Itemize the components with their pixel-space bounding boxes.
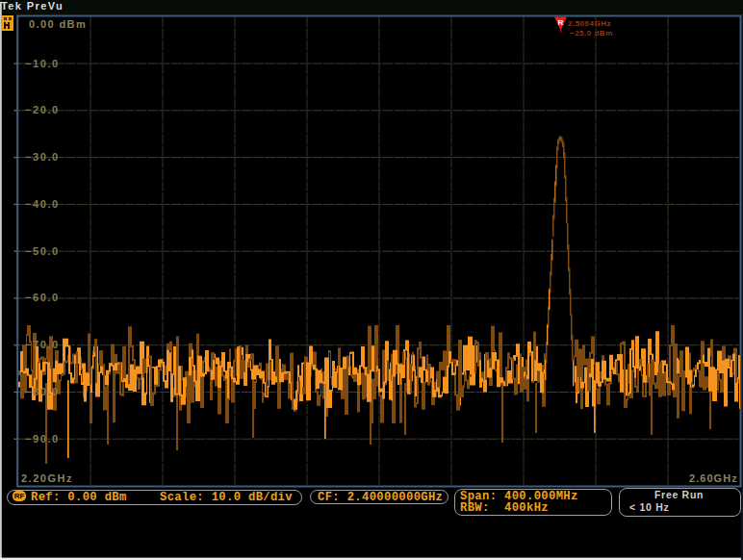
svg-text:R: R xyxy=(558,18,564,27)
